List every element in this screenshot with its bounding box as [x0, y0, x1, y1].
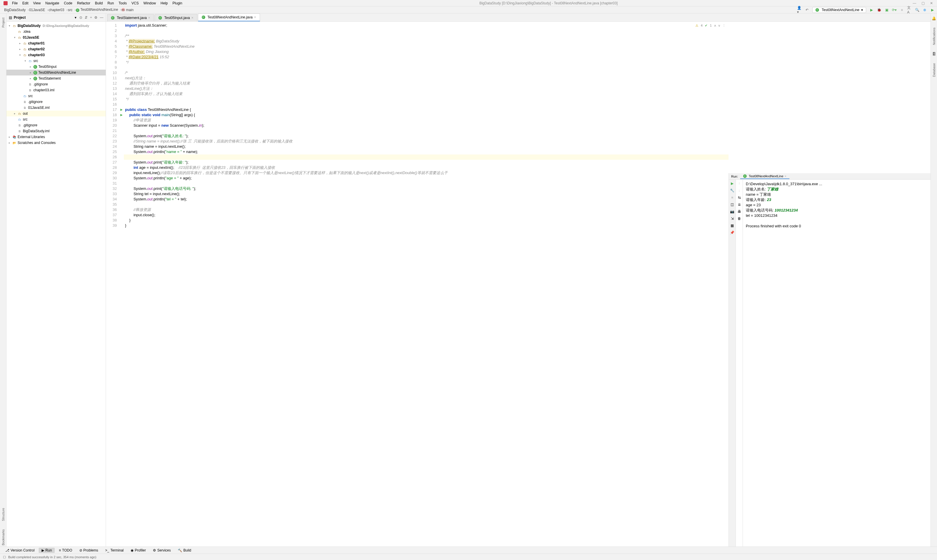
back-icon[interactable]: ↶ — [805, 8, 809, 12]
tree-row[interactable]: ▸🗀chapter02 — [6, 46, 106, 52]
tree-row[interactable]: ▸CTest08NextAndNextLine — [6, 70, 106, 75]
code-editor[interactable]: 1234567891011121314151617181920212223242… — [106, 22, 729, 546]
tree-row[interactable]: 🗀.idea — [6, 29, 106, 34]
bottom-tab-version-control[interactable]: ⎇Version Control — [2, 548, 37, 553]
wrench-icon[interactable]: 🔧 — [730, 188, 734, 192]
tree-row[interactable]: 🗎01JavaSE.iml — [6, 105, 106, 111]
search-icon[interactable]: 🔍 — [915, 8, 919, 12]
more-icon[interactable]: ⋮ — [722, 23, 726, 28]
wrap-icon[interactable]: ⇆ — [738, 195, 741, 200]
print-icon[interactable]: 🖶 — [738, 209, 741, 214]
down-icon[interactable]: v — [719, 23, 720, 28]
up-icon[interactable]: ↑ — [738, 182, 740, 186]
editor-inspections[interactable]: ⚠4 ✔1 ʌ v ⋮ — [695, 23, 726, 28]
down-icon[interactable]: ↓ — [738, 188, 740, 192]
tree-row[interactable]: ▸CTestStatement — [6, 75, 106, 82]
code-content[interactable]: import java.util.Scanner; /** * @Project… — [124, 22, 729, 546]
tree-row[interactable]: 🗎BigDataStudy.iml — [6, 128, 106, 134]
close-tab-icon[interactable]: × — [148, 16, 150, 20]
gutter-run-icon[interactable]: ▶ — [119, 112, 124, 118]
tree-row[interactable]: ▸🗀out — [6, 111, 106, 117]
layout-icon[interactable]: ◫ — [730, 203, 734, 206]
scroll-icon[interactable]: ⇊ — [738, 203, 741, 206]
run-panel-tab[interactable]: C Test08NextAndNextLine × — [740, 174, 789, 179]
editor-tab[interactable]: CTestStatement.java× — [107, 14, 154, 22]
menu-plugin[interactable]: Plugin — [170, 1, 184, 6]
breadcrumb[interactable]: src — [66, 8, 74, 12]
stop-icon[interactable]: ■ — [731, 195, 733, 200]
tree-row[interactable]: ▾🗀01JavaSE — [6, 34, 106, 40]
tree-row[interactable]: ▾🗀src — [6, 58, 106, 64]
tree-row[interactable]: ▾🗀BigDataStudy D:\DingJiaxiong\BigDataSt… — [6, 23, 106, 29]
camera-icon[interactable]: 📷 — [730, 209, 734, 214]
project-tree[interactable]: ▾🗀BigDataStudy D:\DingJiaxiong\BigDataSt… — [6, 22, 106, 546]
tree-row[interactable]: 🗀src — [6, 93, 106, 99]
settings-icon[interactable]: ⚙ — [94, 15, 97, 20]
close-icon[interactable]: ✕ — [930, 1, 933, 5]
tree-row[interactable]: 🗎.gitignore — [6, 122, 106, 128]
layout2-icon[interactable]: ▦ — [730, 223, 734, 228]
project-view-icon[interactable]: ▤ — [9, 15, 12, 20]
status-icon[interactable]: ▢ — [3, 555, 6, 559]
menu-edit[interactable]: Edit — [20, 1, 31, 6]
up-icon[interactable]: ʌ — [714, 23, 716, 28]
structure-tool[interactable]: Structure — [2, 507, 5, 522]
minimize-icon[interactable]: — — [913, 1, 916, 5]
database-tool[interactable]: Database — [932, 62, 936, 78]
database-icon[interactable]: 🗄 — [932, 52, 936, 56]
editor-tab[interactable]: CTest08NextAndNextLine.java× — [198, 14, 260, 22]
expand-icon[interactable]: ⇵ — [85, 15, 88, 20]
user-icon[interactable]: 👤▾ — [797, 8, 802, 12]
menu-help[interactable]: Help — [158, 1, 170, 6]
hide-icon[interactable]: — — [100, 15, 103, 20]
tree-row[interactable]: ▸CTest05Input — [6, 64, 106, 70]
project-tool[interactable]: Project — [2, 16, 5, 29]
editor-tab[interactable]: CTest05Input.java× — [154, 14, 197, 22]
tree-row[interactable]: 🗎chapter03.iml — [6, 87, 106, 93]
tree-row[interactable]: 🗎.gitignore — [6, 82, 106, 87]
tree-row[interactable]: 🗎.gitignore — [6, 99, 106, 105]
run-button[interactable]: ▶ — [869, 8, 874, 12]
bottom-tab-problems[interactable]: ⊘Problems — [76, 548, 101, 553]
bottom-tab-services[interactable]: ⚙Services — [150, 548, 174, 553]
menu-refactor[interactable]: Refactor — [75, 1, 92, 6]
tree-row[interactable]: ▸📂Scratches and Consoles — [6, 140, 106, 146]
menu-navigate[interactable]: Navigate — [43, 1, 61, 6]
select-opened-icon[interactable]: ⊙ — [79, 15, 82, 20]
bookmarks-tool[interactable]: Bookmarks — [2, 528, 5, 546]
breadcrumb[interactable]: 01JavaSE — [27, 8, 47, 12]
menu-code[interactable]: Code — [62, 1, 74, 6]
maximize-icon[interactable]: ▢ — [922, 1, 925, 5]
profile-button[interactable]: ⟳▾ — [892, 8, 897, 12]
gutter-run-icon[interactable]: ▶ — [119, 107, 124, 112]
bottom-tab-build[interactable]: 🔨Build — [175, 548, 194, 553]
menu-tools[interactable]: Tools — [117, 1, 129, 6]
close-icon[interactable]: × — [784, 174, 786, 178]
more-icon[interactable]: ▶ — [930, 8, 935, 12]
menu-view[interactable]: View — [31, 1, 43, 6]
stop-button[interactable]: ■ — [900, 8, 904, 12]
clear-icon[interactable]: 🗑 — [738, 217, 741, 221]
bottom-tab-todo[interactable]: ≡TODO — [56, 548, 75, 553]
notifications-icon[interactable]: 🔔 — [932, 16, 936, 20]
notifications-tool[interactable]: Notifications — [932, 26, 936, 46]
sync-icon[interactable]: ⊕ — [922, 8, 927, 12]
collapse-icon[interactable]: ÷ — [90, 15, 92, 20]
tree-row[interactable]: 🗀src — [6, 117, 106, 122]
bottom-tab-profiler[interactable]: ◉Profiler — [128, 548, 149, 553]
console-output[interactable]: D:\Develop\Java\jdk1.8.0_371\bin\java.ex… — [743, 180, 931, 546]
breadcrumb[interactable]: BigDataStudy — [2, 8, 27, 12]
tree-row[interactable]: ▸🗀chapter01 — [6, 40, 106, 46]
bottom-tab-run[interactable]: ▶Run — [39, 548, 55, 553]
menu-run[interactable]: Run — [105, 1, 116, 6]
breadcrumb[interactable]: CTest08NextAndNextLine — [74, 8, 120, 12]
menu-build[interactable]: Build — [93, 1, 105, 6]
bottom-tab-terminal[interactable]: >_Terminal — [102, 548, 127, 553]
breadcrumb[interactable]: mmain — [120, 8, 135, 12]
locale-icon[interactable]: 文A — [907, 8, 912, 12]
run-config-selector[interactable]: C Test08NextAndNextLine ▾ — [812, 7, 866, 13]
rerun-icon[interactable]: ▶ — [731, 182, 733, 186]
menu-vcs[interactable]: VCS — [130, 1, 141, 6]
pin-icon[interactable]: 📌 — [730, 231, 734, 235]
chevron-down-icon[interactable]: ▾ — [75, 15, 76, 20]
